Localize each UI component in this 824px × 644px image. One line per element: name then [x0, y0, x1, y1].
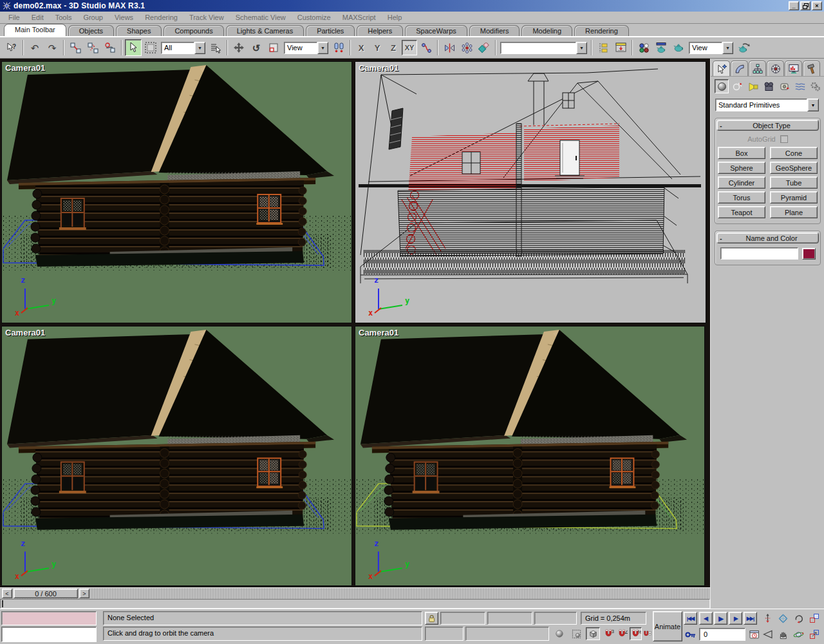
restrict-y-button[interactable]: Y	[370, 40, 385, 55]
box-button[interactable]: Box	[718, 147, 765, 159]
coordinate-y-field[interactable]	[487, 612, 532, 625]
plane-button[interactable]: Plane	[770, 206, 818, 218]
array-button[interactable]	[458, 39, 475, 56]
time-slider-thumb[interactable]: 0 / 600	[14, 589, 78, 598]
menu-customize[interactable]: Customize	[292, 12, 337, 23]
select-by-name-button[interactable]	[207, 39, 224, 56]
object-type-rollout-header[interactable]: - Object Type	[716, 120, 819, 131]
key-mode-toggle[interactable]	[684, 628, 697, 641]
restore-button[interactable]	[800, 1, 810, 10]
tab-lights-cameras[interactable]: Lights & Cameras	[226, 25, 304, 36]
selection-filter-dropdown[interactable]: All ▼	[161, 42, 205, 54]
time-configuration-button[interactable]	[747, 628, 761, 641]
tab-shapes[interactable]: Shapes	[116, 25, 162, 36]
tab-modeling[interactable]: Modeling	[521, 25, 572, 36]
shapes-category-button[interactable]	[730, 79, 744, 93]
select-and-rotate-button[interactable]: ↺	[248, 39, 265, 56]
autogrid-checkbox[interactable]	[780, 135, 788, 143]
chevron-down-icon[interactable]: ▼	[194, 42, 205, 54]
lights-category-button[interactable]	[746, 79, 760, 93]
select-and-scale-button[interactable]	[265, 39, 282, 56]
help-mode-button[interactable]: ?	[3, 39, 20, 56]
create-panel-tab[interactable]	[713, 61, 730, 76]
restrict-z-button[interactable]: Z	[386, 40, 401, 55]
selection-region-button[interactable]	[142, 39, 159, 56]
teapot-button[interactable]: Teapot	[718, 206, 765, 218]
play-button[interactable]: ▶	[714, 612, 727, 625]
sub-region-select-button[interactable]	[569, 627, 583, 640]
tab-compounds[interactable]: Compounds	[164, 25, 223, 36]
tab-modifiers[interactable]: Modifiers	[469, 25, 520, 36]
geosphere-button[interactable]: GeoSphere	[770, 162, 818, 174]
percent-snap-toggle-button[interactable]: %	[630, 627, 642, 640]
menu-tools[interactable]: Tools	[50, 12, 78, 23]
geometry-category-button[interactable]	[715, 79, 729, 93]
tube-button[interactable]: Tube	[770, 176, 818, 189]
space-warps-category-button[interactable]	[792, 79, 807, 93]
truck-camera-button[interactable]	[776, 628, 790, 641]
next-frame-button[interactable]: |▶	[729, 612, 742, 625]
viewport-bottom-right[interactable]: Camera01 z y x	[355, 326, 705, 586]
object-name-input[interactable]	[720, 247, 798, 260]
animate-button[interactable]: Animate	[653, 611, 682, 641]
current-frame-field[interactable]: 0	[699, 628, 745, 641]
dolly-camera-button[interactable]	[761, 612, 774, 625]
viewport-label[interactable]: Camera01	[359, 328, 398, 337]
close-button[interactable]: ×	[812, 1, 822, 10]
fov-angle-button[interactable]	[761, 628, 774, 641]
render-last-button[interactable]	[670, 39, 687, 56]
time-slider[interactable]: < 0 / 600 >	[0, 587, 710, 599]
restrict-x-button[interactable]: X	[353, 40, 369, 55]
cone-button[interactable]: Cone	[770, 147, 818, 159]
named-selection-sets-dropdown[interactable]: ▼	[500, 42, 587, 54]
menu-edit[interactable]: Edit	[26, 12, 50, 23]
utilities-panel-tab[interactable]	[803, 61, 820, 76]
maxscript-mini-listener-pink[interactable]	[1, 611, 97, 625]
chevron-down-icon[interactable]: ▼	[807, 99, 819, 111]
ik-toggle-button[interactable]	[418, 39, 435, 56]
material-editor-button[interactable]	[635, 39, 652, 56]
previous-frame-button[interactable]: ◀|	[699, 612, 713, 625]
object-color-swatch[interactable]	[802, 248, 816, 260]
cameras-category-button[interactable]	[762, 79, 776, 93]
reference-coordinate-system-dropdown[interactable]: View ▼	[284, 42, 328, 54]
roll-camera-button[interactable]	[792, 612, 805, 625]
track-bar-cursor[interactable]	[2, 600, 3, 607]
torus-button[interactable]: Torus	[718, 191, 765, 204]
use-pivot-point-button[interactable]	[330, 39, 347, 56]
angle-snap-toggle-button[interactable]: ∠	[616, 627, 628, 640]
viewport-top-right[interactable]: Camera01 z y x	[355, 61, 706, 323]
menu-file[interactable]: File	[3, 12, 26, 23]
go-to-end-button[interactable]: ▶▶|	[744, 612, 757, 625]
time-slider-prev-button[interactable]: <	[2, 589, 12, 598]
chevron-down-icon[interactable]: ▼	[722, 42, 733, 54]
chevron-down-icon[interactable]: ▼	[317, 42, 328, 54]
viewport-bottom-left[interactable]: Camera01 z y x	[1, 326, 352, 586]
chevron-down-icon[interactable]: ▼	[576, 42, 587, 54]
menu-views[interactable]: Views	[109, 12, 139, 23]
menu-rendering[interactable]: Rendering	[139, 12, 183, 23]
field-of-view-button[interactable]	[776, 612, 790, 625]
selection-lock-toggle[interactable]	[425, 612, 438, 625]
menu-maxscript[interactable]: MAXScript	[337, 12, 382, 23]
undo-button[interactable]: ↶	[26, 39, 43, 56]
menu-schematic-view[interactable]: Schematic View	[230, 12, 292, 23]
mirror-button[interactable]	[441, 39, 458, 56]
tab-spacewarps[interactable]: SpaceWarps	[405, 25, 467, 36]
viewport-label[interactable]: Camera01	[359, 63, 398, 73]
tab-rendering[interactable]: Rendering	[574, 25, 629, 36]
minimize-button[interactable]: _	[789, 1, 799, 10]
hierarchy-panel-tab[interactable]	[749, 61, 766, 76]
redo-button[interactable]: ↷	[44, 39, 61, 56]
align-button[interactable]	[476, 39, 492, 56]
restrict-xy-plane-button[interactable]: XY	[402, 40, 417, 55]
select-and-move-button[interactable]	[230, 39, 247, 56]
align-normals-button[interactable]	[595, 39, 612, 56]
cylinder-button[interactable]: Cylinder	[718, 176, 765, 189]
primitive-category-dropdown[interactable]: Standard Primitives ▼	[715, 99, 820, 111]
crossing-window-toggle[interactable]	[586, 627, 600, 640]
name-and-color-rollout-header[interactable]: - Name and Color	[716, 232, 819, 243]
zoom-extents-all-button[interactable]	[807, 612, 821, 625]
render-type-dropdown[interactable]: View ▼	[689, 42, 733, 54]
spinner-snap-toggle-button[interactable]	[643, 627, 651, 640]
